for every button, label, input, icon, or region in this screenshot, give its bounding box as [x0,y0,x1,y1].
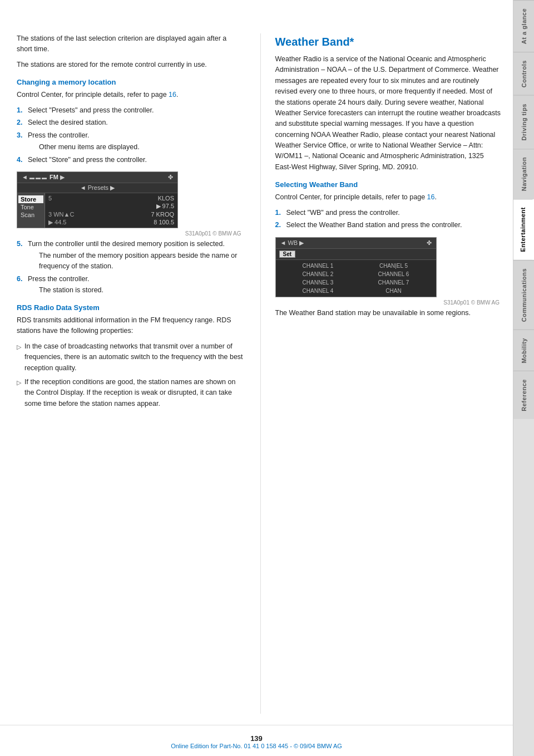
page-number: 139 [0,734,513,743]
station-row-3: 3 WN▲C 7 KROQ [48,210,174,218]
channel-4: CHANNEL 4 [280,288,356,294]
page-footer: 139 Online Edition for Part-No. 01 41 0 … [0,725,513,756]
radio-top-bar: ◄ ▬▬▬ FM ▶ ✤ [17,172,177,183]
section1-intro-dot: . [176,91,178,99]
tab-controls[interactable]: Controls [513,52,534,95]
left-column: The stations of the last selection crite… [17,33,244,714]
wb-channel-row-3: CHANNEL 3 CHANNEL 7 [278,278,434,287]
wb-channel-row-4: CHANNEL 4 CHAN [278,287,434,295]
wb-top-label: ◄ WB ▶ [280,239,304,247]
top-space [0,0,513,33]
wb-intro-text: Control Center, for principle details, r… [275,193,427,201]
section1-heading: Changing a memory location [17,78,244,86]
bullet-1: ▷ In the case of broadcasting networks t… [17,341,244,374]
radio-station-list: 5 KLOS ▶ 97.5 3 WN▲C 7 KROQ ▶ 44.5 [45,193,177,228]
right-column: Weather Band* Weather Radio is a service… [260,33,502,714]
selecting-wb-heading: Selecting Weather Band [275,180,502,189]
tab-at-a-glance[interactable]: At a glance [513,0,534,52]
intro-text-1: The stations of the last selection crite… [17,33,244,55]
section1-intro-text: Control Center, for principle details, r… [17,91,169,99]
tab-reference[interactable]: Reference [513,371,534,419]
radio-top-left: ◄ ▬▬▬ FM ▶ [22,174,65,181]
menu-tone: Tone [21,203,41,211]
intro-text-2: The stations are stored for the remote c… [17,60,244,70]
step-6: 6. Press the controller.The station is s… [17,274,244,296]
wb-image-caption: S31A0p01 © BMW AG [275,300,502,306]
steps-list-1: 1. Select "Presets" and press the contro… [17,105,244,165]
wb-steps-list: 1. Select "WB" and press the controller.… [275,208,502,231]
wb-footer-text: The Weather Band station may be unavaila… [275,308,502,318]
step-3: 3. Press the controller.Other menu items… [17,130,244,153]
wb-top-bar: ◄ WB ▶ ✤ [276,238,436,249]
wb-step-2: 2. Select the Weather Band station and p… [275,220,502,230]
radio-presets-bar: ◄ Presets ▶ [17,183,177,193]
channel-8: CHAN [356,288,432,294]
radio-menu-area: Store Tone Scan 5 KLOS ▶ 97.5 [17,193,177,228]
wb-channel-row-1: CHANNEL 1 CHAN|EL 5 [278,262,434,270]
weather-band-heading: Weather Band* [275,36,502,48]
wb-channel-row-2: CHANNEL 2 CHANNEL 6 [278,270,434,278]
bullet-1-text: In the case of broadcasting networks tha… [24,341,244,374]
fm-radio-display: ◄ ▬▬▬ FM ▶ ✤ ◄ Presets ▶ Store Tone Scan… [17,171,178,228]
section2-heading: RDS Radio Data System [17,303,244,312]
wb-settings-icon: ✤ [427,239,432,247]
tab-communications[interactable]: Communications [513,260,534,330]
steps-list-2: 5. Turn the controller until the desired… [17,239,244,296]
station-row-1: 5 KLOS [48,194,174,202]
step-1: 1. Select "Presets" and press the contro… [17,105,244,116]
tab-mobility[interactable]: Mobility [513,330,534,371]
tab-navigation[interactable]: Navigation [513,149,534,199]
wb-intro-link[interactable]: 16 [427,193,435,201]
menu-scan: Scan [21,211,41,219]
columns: The stations of the last selection crite… [0,33,513,714]
station-row-4: ▶ 44.5 8 100.5 [48,218,174,227]
step-5: 5. Turn the controller until the desired… [17,239,244,271]
step-4: 4. Select "Store" and press the controll… [17,155,244,165]
footer-note: Online Edition for Part-No. 01 41 0 158 … [0,743,513,749]
channel-5: CHAN|EL 5 [356,263,432,269]
menu-store: Store [18,195,43,203]
channel-6: CHANNEL 6 [356,271,432,277]
channel-3: CHANNEL 3 [280,279,356,286]
bullet-2-text: If the reception conditions are good, th… [24,377,244,409]
radio-menu-left: Store Tone Scan [17,193,45,228]
wb-channels: CHANNEL 1 CHAN|EL 5 CHANNEL 2 CHANNEL 6 … [276,260,436,297]
section1-intro: Control Center, for principle details, r… [17,90,244,100]
wb-step-1: 1. Select "WB" and press the controller. [275,208,502,218]
tab-entertainment[interactable]: Entertainment [513,199,534,259]
section1-link[interactable]: 16 [169,91,176,99]
bullet-2: ▷ If the reception conditions are good, … [17,377,244,409]
wb-set-button[interactable]: Set [279,251,296,258]
wb-section-intro: Control Center, for principle details, r… [275,192,502,203]
tab-strip: At a glance Controls Driving tips Naviga… [513,0,534,756]
step-2: 2. Select the desired station. [17,117,244,128]
station-row-2: ▶ 97.5 [48,202,174,210]
channel-7: CHANNEL 7 [356,279,432,286]
radio-settings-icon: ✤ [168,174,173,181]
radio-image-caption: S31A0p01 © BMW AG [17,230,244,237]
wb-set-row: Set [276,249,436,260]
channel-1: CHANNEL 1 [280,263,356,269]
rds-bullet-list: ▷ In the case of broadcasting networks t… [17,341,244,409]
channel-2: CHANNEL 2 [280,271,356,277]
wb-display: ◄ WB ▶ ✤ Set CHANNEL 1 CHAN|EL 5 CHANNEL… [275,237,437,297]
rds-intro: RDS transmits additional information in … [17,315,244,337]
weather-intro: Weather Radio is a service of the Nation… [275,54,502,173]
main-content: The stations of the last selection crite… [0,0,513,756]
tab-driving-tips[interactable]: Driving tips [513,95,534,149]
